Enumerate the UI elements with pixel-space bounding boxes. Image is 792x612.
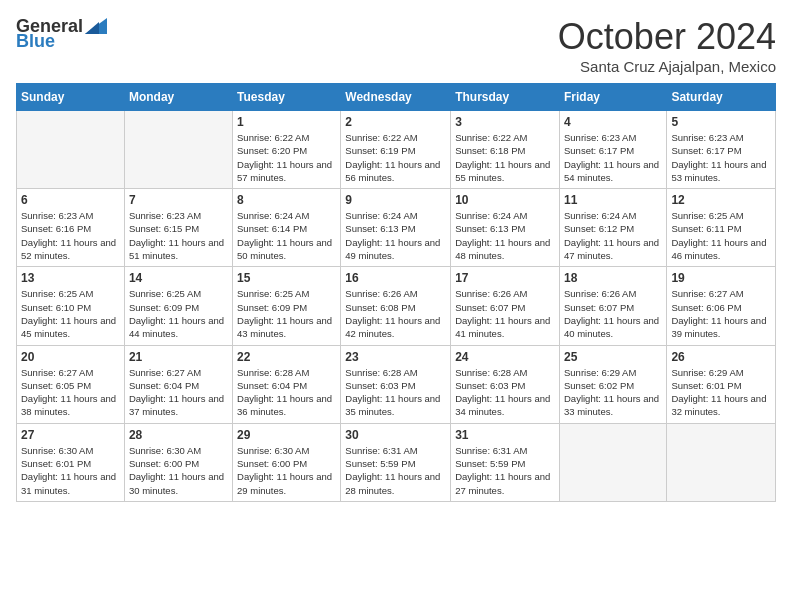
calendar-cell: 16Sunrise: 6:26 AM Sunset: 6:08 PM Dayli… [341,267,451,345]
calendar-cell: 26Sunrise: 6:29 AM Sunset: 6:01 PM Dayli… [667,345,776,423]
day-number: 16 [345,271,446,285]
day-number: 14 [129,271,228,285]
calendar-cell: 13Sunrise: 6:25 AM Sunset: 6:10 PM Dayli… [17,267,125,345]
day-number: 25 [564,350,662,364]
day-number: 1 [237,115,336,129]
week-row-4: 20Sunrise: 6:27 AM Sunset: 6:05 PM Dayli… [17,345,776,423]
day-info: Sunrise: 6:28 AM Sunset: 6:03 PM Dayligh… [455,366,555,419]
calendar-cell: 12Sunrise: 6:25 AM Sunset: 6:11 PM Dayli… [667,189,776,267]
day-info: Sunrise: 6:24 AM Sunset: 6:13 PM Dayligh… [345,209,446,262]
day-info: Sunrise: 6:30 AM Sunset: 6:00 PM Dayligh… [129,444,228,497]
day-info: Sunrise: 6:27 AM Sunset: 6:04 PM Dayligh… [129,366,228,419]
calendar-cell: 24Sunrise: 6:28 AM Sunset: 6:03 PM Dayli… [451,345,560,423]
logo-blue: Blue [16,31,55,52]
day-info: Sunrise: 6:25 AM Sunset: 6:09 PM Dayligh… [237,287,336,340]
day-number: 28 [129,428,228,442]
day-info: Sunrise: 6:27 AM Sunset: 6:06 PM Dayligh… [671,287,771,340]
day-info: Sunrise: 6:22 AM Sunset: 6:20 PM Dayligh… [237,131,336,184]
calendar-cell [124,111,232,189]
day-number: 30 [345,428,446,442]
day-number: 31 [455,428,555,442]
calendar-cell: 15Sunrise: 6:25 AM Sunset: 6:09 PM Dayli… [233,267,341,345]
day-info: Sunrise: 6:26 AM Sunset: 6:08 PM Dayligh… [345,287,446,340]
calendar-cell: 19Sunrise: 6:27 AM Sunset: 6:06 PM Dayli… [667,267,776,345]
day-number: 21 [129,350,228,364]
calendar-cell [559,423,666,501]
day-info: Sunrise: 6:22 AM Sunset: 6:19 PM Dayligh… [345,131,446,184]
day-number: 18 [564,271,662,285]
day-number: 27 [21,428,120,442]
day-info: Sunrise: 6:29 AM Sunset: 6:01 PM Dayligh… [671,366,771,419]
day-number: 15 [237,271,336,285]
calendar-cell: 1Sunrise: 6:22 AM Sunset: 6:20 PM Daylig… [233,111,341,189]
header-row: SundayMondayTuesdayWednesdayThursdayFrid… [17,84,776,111]
day-info: Sunrise: 6:23 AM Sunset: 6:15 PM Dayligh… [129,209,228,262]
day-info: Sunrise: 6:25 AM Sunset: 6:10 PM Dayligh… [21,287,120,340]
day-number: 13 [21,271,120,285]
calendar-cell: 10Sunrise: 6:24 AM Sunset: 6:13 PM Dayli… [451,189,560,267]
day-number: 2 [345,115,446,129]
calendar-cell: 22Sunrise: 6:28 AM Sunset: 6:04 PM Dayli… [233,345,341,423]
calendar-cell: 20Sunrise: 6:27 AM Sunset: 6:05 PM Dayli… [17,345,125,423]
day-info: Sunrise: 6:23 AM Sunset: 6:16 PM Dayligh… [21,209,120,262]
calendar-cell [667,423,776,501]
day-info: Sunrise: 6:24 AM Sunset: 6:14 PM Dayligh… [237,209,336,262]
day-info: Sunrise: 6:26 AM Sunset: 6:07 PM Dayligh… [564,287,662,340]
calendar-cell: 23Sunrise: 6:28 AM Sunset: 6:03 PM Dayli… [341,345,451,423]
day-info: Sunrise: 6:30 AM Sunset: 6:00 PM Dayligh… [237,444,336,497]
location-title: Santa Cruz Ajajalpan, Mexico [558,58,776,75]
day-number: 26 [671,350,771,364]
day-number: 7 [129,193,228,207]
day-number: 23 [345,350,446,364]
month-title: October 2024 [558,16,776,58]
day-info: Sunrise: 6:26 AM Sunset: 6:07 PM Dayligh… [455,287,555,340]
calendar-cell: 8Sunrise: 6:24 AM Sunset: 6:14 PM Daylig… [233,189,341,267]
calendar-cell: 11Sunrise: 6:24 AM Sunset: 6:12 PM Dayli… [559,189,666,267]
day-number: 24 [455,350,555,364]
page-header: General Blue October 2024 Santa Cruz Aja… [16,16,776,75]
day-number: 6 [21,193,120,207]
day-number: 17 [455,271,555,285]
calendar-cell: 7Sunrise: 6:23 AM Sunset: 6:15 PM Daylig… [124,189,232,267]
column-header-wednesday: Wednesday [341,84,451,111]
logo: General Blue [16,16,107,52]
week-row-2: 6Sunrise: 6:23 AM Sunset: 6:16 PM Daylig… [17,189,776,267]
calendar-cell: 6Sunrise: 6:23 AM Sunset: 6:16 PM Daylig… [17,189,125,267]
day-number: 11 [564,193,662,207]
day-number: 29 [237,428,336,442]
day-info: Sunrise: 6:31 AM Sunset: 5:59 PM Dayligh… [455,444,555,497]
calendar-cell: 17Sunrise: 6:26 AM Sunset: 6:07 PM Dayli… [451,267,560,345]
column-header-tuesday: Tuesday [233,84,341,111]
column-header-thursday: Thursday [451,84,560,111]
calendar-cell: 30Sunrise: 6:31 AM Sunset: 5:59 PM Dayli… [341,423,451,501]
calendar-cell: 28Sunrise: 6:30 AM Sunset: 6:00 PM Dayli… [124,423,232,501]
week-row-3: 13Sunrise: 6:25 AM Sunset: 6:10 PM Dayli… [17,267,776,345]
day-info: Sunrise: 6:28 AM Sunset: 6:03 PM Dayligh… [345,366,446,419]
day-number: 3 [455,115,555,129]
day-info: Sunrise: 6:25 AM Sunset: 6:11 PM Dayligh… [671,209,771,262]
calendar-cell: 2Sunrise: 6:22 AM Sunset: 6:19 PM Daylig… [341,111,451,189]
day-info: Sunrise: 6:23 AM Sunset: 6:17 PM Dayligh… [671,131,771,184]
day-number: 22 [237,350,336,364]
calendar-cell: 18Sunrise: 6:26 AM Sunset: 6:07 PM Dayli… [559,267,666,345]
day-number: 19 [671,271,771,285]
calendar-table: SundayMondayTuesdayWednesdayThursdayFrid… [16,83,776,502]
day-info: Sunrise: 6:28 AM Sunset: 6:04 PM Dayligh… [237,366,336,419]
day-info: Sunrise: 6:24 AM Sunset: 6:13 PM Dayligh… [455,209,555,262]
day-info: Sunrise: 6:30 AM Sunset: 6:01 PM Dayligh… [21,444,120,497]
day-info: Sunrise: 6:22 AM Sunset: 6:18 PM Dayligh… [455,131,555,184]
calendar-cell: 25Sunrise: 6:29 AM Sunset: 6:02 PM Dayli… [559,345,666,423]
title-area: October 2024 Santa Cruz Ajajalpan, Mexic… [558,16,776,75]
calendar-cell: 21Sunrise: 6:27 AM Sunset: 6:04 PM Dayli… [124,345,232,423]
calendar-cell: 4Sunrise: 6:23 AM Sunset: 6:17 PM Daylig… [559,111,666,189]
week-row-1: 1Sunrise: 6:22 AM Sunset: 6:20 PM Daylig… [17,111,776,189]
logo-icon [85,18,107,34]
day-info: Sunrise: 6:31 AM Sunset: 5:59 PM Dayligh… [345,444,446,497]
calendar-cell: 3Sunrise: 6:22 AM Sunset: 6:18 PM Daylig… [451,111,560,189]
day-info: Sunrise: 6:29 AM Sunset: 6:02 PM Dayligh… [564,366,662,419]
calendar-cell: 27Sunrise: 6:30 AM Sunset: 6:01 PM Dayli… [17,423,125,501]
day-number: 12 [671,193,771,207]
column-header-saturday: Saturday [667,84,776,111]
day-number: 4 [564,115,662,129]
day-info: Sunrise: 6:24 AM Sunset: 6:12 PM Dayligh… [564,209,662,262]
